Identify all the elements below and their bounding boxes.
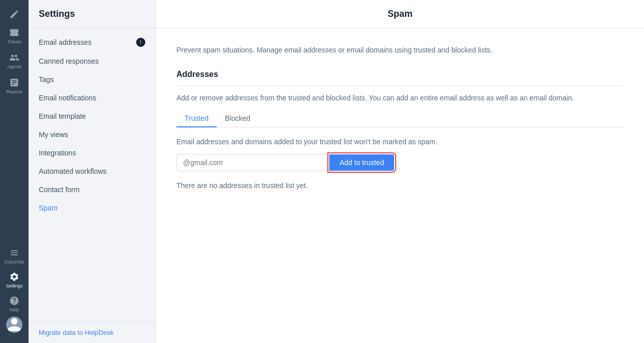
- sidebar-item-label: Email template: [39, 112, 86, 120]
- nav-icon-reports[interactable]: Reports: [3, 74, 25, 97]
- nav-icon-agents[interactable]: Agents: [3, 49, 25, 72]
- sidebar-item-spam[interactable]: Spam: [29, 199, 156, 217]
- empty-trusted-text: There are no addresses in trusted list y…: [176, 181, 624, 190]
- sidebar-title: Settings: [29, 0, 156, 29]
- main-content: Prevent spam situations. Manage email ad…: [156, 29, 644, 343]
- sidebar-item-label: Contact form: [39, 186, 80, 194]
- sidebar-item-label: Automated workflows: [39, 167, 107, 175]
- user-avatar[interactable]: [6, 316, 22, 333]
- sidebar-item-contact-form[interactable]: Contact form: [29, 180, 156, 199]
- agents-label: Agents: [7, 64, 21, 69]
- sidebar-item-label: Email notifications: [39, 94, 96, 102]
- tickets-label: Tickets: [7, 39, 21, 44]
- migrate-data-link[interactable]: Migrate data to HelpDesk: [39, 329, 114, 336]
- icon-bar: Tickets Agents Reports Subscribe Setting…: [0, 0, 29, 343]
- sidebar-footer: Migrate data to HelpDesk: [29, 321, 156, 343]
- nav-icon-edit[interactable]: [3, 6, 25, 22]
- nav-icon-tickets[interactable]: Tickets: [3, 24, 25, 47]
- tab-trusted[interactable]: Trusted: [176, 110, 217, 127]
- sidebar-item-label: Integrations: [39, 149, 76, 157]
- settings-label: Settings: [6, 283, 23, 288]
- trusted-description: Email addresses and domains added to you…: [176, 138, 624, 146]
- sidebar-item-email-notifications[interactable]: Email notifications: [29, 89, 156, 107]
- sidebar-item-email-addresses[interactable]: Email addresses !: [29, 33, 156, 52]
- sub-description: Add or remove addresses from the trusted…: [176, 94, 624, 102]
- sidebar: Settings Email addresses ! Canned respon…: [29, 0, 156, 343]
- sidebar-item-label: My views: [39, 130, 68, 139]
- sidebar-item-label: Spam: [39, 204, 58, 212]
- tab-blocked[interactable]: Blocked: [217, 110, 259, 127]
- reports-label: Reports: [6, 89, 22, 94]
- email-input[interactable]: [176, 154, 329, 171]
- add-to-trusted-button[interactable]: Add to trusted: [329, 154, 394, 171]
- section-divider: [176, 85, 624, 86]
- sidebar-item-tags[interactable]: Tags: [29, 70, 156, 89]
- nav-icon-subscribe[interactable]: Subscribe: [3, 245, 25, 268]
- address-tabs: Trusted Blocked: [176, 110, 624, 127]
- page-title: Spam: [156, 0, 644, 29]
- sidebar-item-integrations[interactable]: Integrations: [29, 144, 156, 162]
- sidebar-item-canned-responses[interactable]: Canned responses: [29, 52, 156, 70]
- page-description: Prevent spam situations. Manage email ad…: [176, 45, 624, 56]
- nav-icon-settings[interactable]: Settings: [3, 269, 25, 292]
- add-trusted-row: Add to trusted: [176, 154, 624, 171]
- sidebar-item-automated-workflows[interactable]: Automated workflows: [29, 162, 156, 180]
- alert-badge: !: [136, 38, 145, 47]
- sidebar-item-label: Canned responses: [39, 57, 99, 65]
- nav-icon-help[interactable]: Help: [3, 293, 25, 315]
- sidebar-item-label: Tags: [39, 75, 54, 84]
- main-panel: Spam Prevent spam situations. Manage ema…: [156, 0, 644, 343]
- help-label: Help: [10, 307, 19, 312]
- sidebar-item-my-views[interactable]: My views: [29, 125, 156, 144]
- subscribe-label: Subscribe: [4, 259, 24, 265]
- section-title: Addresses: [176, 70, 624, 79]
- sidebar-item-email-template[interactable]: Email template: [29, 107, 156, 125]
- sidebar-item-label: Email addresses: [39, 38, 92, 46]
- sidebar-nav: Email addresses ! Canned responses Tags …: [29, 29, 156, 321]
